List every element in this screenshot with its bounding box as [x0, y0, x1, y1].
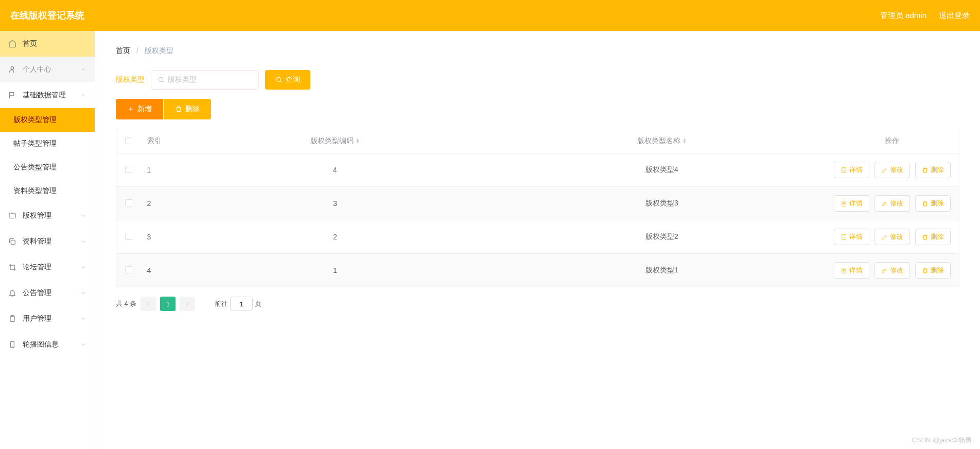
- sidebar-subitem[interactable]: 版权类型管理: [0, 108, 95, 132]
- user-info[interactable]: 管理员 admin: [880, 11, 926, 21]
- sidebar-item-label: 资料管理: [23, 237, 51, 246]
- row-checkbox[interactable]: [125, 199, 132, 206]
- row-checkbox[interactable]: [125, 166, 132, 173]
- sidebar-item-label: 个人中心: [23, 65, 51, 74]
- sidebar-subitem[interactable]: 公告类型管理: [0, 156, 95, 179]
- goto-wrap: 前往 页: [215, 297, 261, 311]
- row-delete-button[interactable]: 删除: [915, 262, 951, 279]
- sidebar-item-phone[interactable]: 轮播图信息: [0, 332, 95, 357]
- home-icon: [8, 40, 18, 48]
- cell-code: 3: [172, 187, 499, 220]
- chevron-down-icon: [80, 238, 86, 245]
- sidebar-item-label: 版权管理: [23, 211, 51, 220]
- sidebar-item-label: 论坛管理: [23, 263, 51, 272]
- clipboard-icon: [8, 315, 18, 323]
- app-title: 在线版权登记系统: [10, 9, 84, 22]
- watermark: CSDN @java李杨勇: [912, 436, 972, 445]
- folder-icon: [8, 212, 18, 220]
- cell-name: 版权类型1: [499, 254, 826, 287]
- header-name[interactable]: 版权类型名称▲▼: [499, 129, 826, 153]
- breadcrumb-separator: /: [136, 46, 138, 55]
- action-row: 新增 删除: [116, 99, 959, 119]
- data-table: 索引 版权类型编码▲▼ 版权类型名称▲▼ 操作 1 4 版权类型4 详情 修改 …: [116, 129, 959, 287]
- sidebar-item-folder[interactable]: 版权管理: [0, 203, 95, 229]
- search-icon: [275, 76, 283, 83]
- next-page[interactable]: [180, 297, 195, 311]
- chevron-down-icon: [80, 264, 86, 270]
- chevron-down-icon: [80, 341, 86, 348]
- chevron-down-icon: [80, 213, 86, 219]
- search-button[interactable]: 查询: [265, 70, 310, 90]
- sidebar-item-copy[interactable]: 资料管理: [0, 229, 95, 254]
- row-delete-button[interactable]: 删除: [915, 195, 951, 212]
- user-icon: [8, 65, 18, 74]
- row-delete-button[interactable]: 删除: [915, 162, 951, 178]
- main-content: 首页 / 版权类型 版权类型 版权类型 查询 新增 删除: [95, 31, 980, 449]
- breadcrumb-home[interactable]: 首页: [116, 46, 130, 55]
- table-row: 2 3 版权类型3 详情 修改 删除: [116, 187, 959, 220]
- cell-name: 版权类型3: [499, 187, 826, 220]
- sidebar-item-flag[interactable]: 基础数据管理: [0, 82, 95, 108]
- sidebar-item-clipboard[interactable]: 用户管理: [0, 306, 95, 332]
- cell-index: 2: [141, 187, 172, 220]
- sidebar-item-crop[interactable]: 论坛管理: [0, 254, 95, 280]
- header-check: [116, 129, 141, 153]
- filter-placeholder: 版权类型: [168, 75, 197, 84]
- breadcrumb-current: 版权类型: [145, 46, 173, 55]
- table-row: 1 4 版权类型4 详情 修改 删除: [116, 153, 959, 187]
- sidebar-item-user[interactable]: 个人中心: [0, 57, 95, 82]
- cell-index: 4: [141, 254, 172, 287]
- search-icon: [157, 76, 165, 83]
- sidebar-item-label: 轮播图信息: [23, 340, 59, 349]
- flag-icon: [8, 91, 18, 99]
- edit-button[interactable]: 修改: [874, 195, 910, 212]
- crop-icon: [8, 263, 18, 271]
- header-index: 索引: [141, 129, 172, 153]
- logout-link[interactable]: 退出登录: [939, 11, 970, 21]
- sidebar-subitem[interactable]: 资料类型管理: [0, 179, 95, 203]
- sidebar-item-label: 用户管理: [23, 314, 51, 323]
- chevron-down-icon: [80, 290, 86, 296]
- header-action: 操作: [826, 129, 959, 153]
- detail-button[interactable]: 详情: [834, 195, 869, 212]
- detail-button[interactable]: 详情: [834, 262, 869, 279]
- sidebar-item-bell[interactable]: 公告管理: [0, 280, 95, 306]
- sidebar-item-label: 基础数据管理: [23, 91, 66, 100]
- sort-icon[interactable]: ▲▼: [356, 138, 360, 144]
- sidebar-subitem[interactable]: 帖子类型管理: [0, 132, 95, 156]
- detail-button[interactable]: 详情: [834, 162, 869, 178]
- trash-icon: [175, 106, 182, 113]
- checkbox-all[interactable]: [125, 137, 132, 144]
- header-code[interactable]: 版权类型编码▲▼: [172, 129, 499, 153]
- copy-icon: [8, 237, 18, 246]
- edit-button[interactable]: 修改: [874, 162, 910, 178]
- header-right: 管理员 admin 退出登录: [880, 11, 970, 21]
- header: 在线版权登记系统 管理员 admin 退出登录: [0, 0, 980, 31]
- row-checkbox[interactable]: [125, 233, 132, 240]
- row-delete-button[interactable]: 删除: [915, 229, 951, 245]
- chevron-down-icon: [80, 316, 86, 322]
- detail-button[interactable]: 详情: [834, 229, 869, 245]
- add-button[interactable]: 新增: [116, 99, 163, 119]
- filter-label: 版权类型: [116, 75, 145, 84]
- cell-code: 2: [172, 220, 499, 254]
- chevron-up-icon: [80, 92, 86, 98]
- sidebar-item-home[interactable]: 首页: [0, 31, 95, 57]
- filter-input[interactable]: 版权类型: [151, 70, 259, 90]
- sort-icon[interactable]: ▲▼: [682, 138, 687, 144]
- bell-icon: [8, 289, 18, 297]
- table-row: 3 2 版权类型2 详情 修改 删除: [116, 220, 959, 254]
- sidebar-item-label: 公告管理: [23, 288, 51, 298]
- goto-prefix: 前往: [215, 299, 228, 308]
- edit-button[interactable]: 修改: [874, 262, 910, 279]
- row-checkbox[interactable]: [125, 266, 132, 273]
- chevron-down-icon: [80, 66, 86, 73]
- total-count: 共 4 条: [116, 299, 136, 308]
- page-1[interactable]: 1: [160, 297, 176, 311]
- goto-input[interactable]: [230, 297, 253, 311]
- sidebar: 首页个人中心基础数据管理版权类型管理帖子类型管理公告类型管理资料类型管理版权管理…: [0, 31, 95, 449]
- delete-button[interactable]: 删除: [164, 99, 211, 119]
- phone-icon: [8, 340, 18, 349]
- prev-page[interactable]: [141, 297, 156, 311]
- edit-button[interactable]: 修改: [874, 229, 910, 245]
